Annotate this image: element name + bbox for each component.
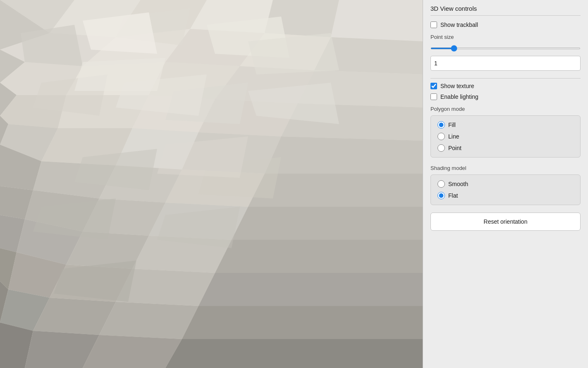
- enable-lighting-row: Enable lighting: [430, 93, 581, 100]
- enable-lighting-label[interactable]: Enable lighting: [440, 93, 478, 100]
- point-size-label: Point size: [430, 34, 581, 40]
- polygon-line-label[interactable]: Line: [448, 133, 459, 140]
- polygon-mode-box: Fill Line Point: [430, 115, 581, 158]
- show-texture-row: Show texture: [430, 83, 581, 89]
- shading-flat-label[interactable]: Flat: [448, 192, 458, 199]
- svg-marker-40: [232, 207, 423, 240]
- 3d-viewport[interactable]: [0, 0, 423, 368]
- shading-smooth-radio[interactable]: [437, 180, 445, 188]
- point-size-slider[interactable]: [430, 48, 581, 49]
- controls-panel: 3D View controls Show trackball Point si…: [423, 0, 588, 368]
- show-trackball-label[interactable]: Show trackball: [440, 22, 478, 28]
- polygon-mode-label: Polygon mode: [430, 106, 581, 112]
- point-size-input[interactable]: [430, 56, 581, 71]
- panel-title: 3D View controls: [430, 5, 581, 16]
- show-trackball-row: Show trackball: [430, 22, 581, 28]
- shading-model-box: Smooth Flat: [430, 174, 581, 205]
- svg-marker-50: [198, 273, 423, 306]
- reset-orientation-button[interactable]: Reset orientation: [430, 213, 581, 231]
- svg-marker-58: [83, 335, 182, 368]
- polygon-line-radio[interactable]: [437, 133, 445, 140]
- shading-smooth-row: Smooth: [437, 178, 574, 190]
- shading-smooth-label[interactable]: Smooth: [448, 181, 468, 187]
- polygon-fill-row: Fill: [437, 119, 574, 131]
- show-trackball-checkbox[interactable]: [430, 22, 437, 28]
- svg-marker-45: [215, 240, 423, 273]
- shading-model-label: Shading model: [430, 165, 581, 171]
- shading-flat-row: Flat: [437, 190, 574, 201]
- polygon-point-radio[interactable]: [437, 144, 445, 152]
- svg-marker-74: [74, 58, 165, 91]
- svg-marker-59: [165, 339, 423, 368]
- svg-marker-55: [182, 306, 423, 339]
- point-size-slider-container: [430, 43, 581, 53]
- divider-1: [430, 78, 581, 79]
- show-texture-checkbox[interactable]: [430, 83, 437, 89]
- polygon-line-row: Line: [437, 131, 574, 142]
- svg-marker-30: [265, 136, 423, 174]
- show-texture-label[interactable]: Show texture: [440, 83, 474, 89]
- svg-marker-6: [331, 0, 423, 41]
- shading-flat-radio[interactable]: [437, 192, 445, 199]
- enable-lighting-checkbox[interactable]: [430, 93, 437, 100]
- polygon-point-label[interactable]: Point: [448, 145, 461, 151]
- polygon-fill-label[interactable]: Fill: [448, 122, 456, 128]
- polygon-fill-radio[interactable]: [437, 121, 445, 129]
- polygon-point-row: Point: [437, 142, 574, 154]
- svg-marker-54: [99, 302, 198, 339]
